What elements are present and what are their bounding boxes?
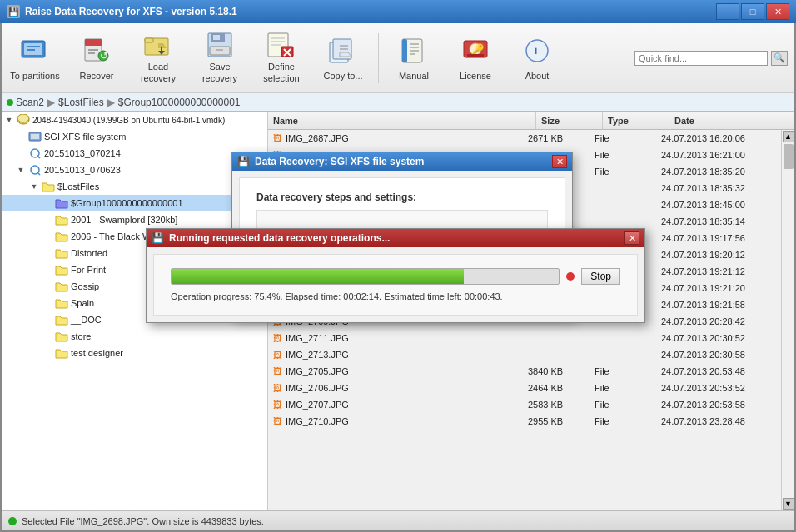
- recover-label: Recover: [80, 71, 114, 82]
- tree-icon-spain: [55, 296, 68, 310]
- table-row[interactable]: 🖼 IMG_2707.JPG 2583 KB File 24.07.2013 2…: [268, 396, 781, 413]
- scrollbar-thumb[interactable]: [784, 144, 794, 169]
- file-icon: 🖼: [273, 416, 282, 426]
- address-lostfiles-label: $LostFiles: [58, 97, 104, 108]
- stop-dot: [566, 272, 575, 281]
- file-cell-size: 3840 KB: [523, 363, 590, 379]
- tree-toggle-testdesigner: [42, 347, 53, 359]
- tree-icon-forprint: [55, 263, 68, 276]
- file-icon: 🖼: [273, 333, 282, 343]
- stop-label: Stop: [590, 271, 611, 282]
- file-cell-type: File: [590, 380, 656, 395]
- title-bar-left: 💾 Raise Data Recovery for XFS - version …: [7, 5, 237, 18]
- dialog2-close-button[interactable]: ✕: [624, 231, 639, 245]
- dialog2-title: Running requested data recovery operatio…: [169, 232, 390, 244]
- tree-toggle-xfs: [15, 131, 27, 142]
- file-cell-type: File: [590, 130, 656, 146]
- tree-icon-distorted: [55, 246, 68, 260]
- tree-item-lostfiles[interactable]: ▼ $LostFiles: [2, 178, 267, 195]
- header-size[interactable]: Size: [536, 112, 603, 129]
- close-button[interactable]: ✕: [766, 3, 789, 20]
- dialog1-title: Data Recovery: SGI XFS file system: [255, 156, 424, 167]
- dialog2-titlebar: 💾 Running requested data recovery operat…: [147, 229, 644, 247]
- file-icon: 🖼: [273, 133, 282, 143]
- tree-toggle-scan1: [15, 147, 27, 159]
- file-cell-date: 24.07.2013 18:45:00: [656, 196, 781, 212]
- to-partitions-button[interactable]: To partitions: [5, 28, 65, 88]
- copy-to-button[interactable]: Copy to...: [313, 28, 373, 88]
- file-cell-date: 24.07.2013 19:21:12: [656, 263, 781, 279]
- svg-rect-17: [213, 35, 220, 40]
- search-button[interactable]: 🔍: [771, 51, 788, 66]
- tree-item-scan2[interactable]: ▼ 20151013_070623: [2, 162, 267, 178]
- header-name[interactable]: Name: [268, 112, 536, 129]
- dialog1-close-button[interactable]: ✕: [552, 155, 567, 168]
- svg-point-45: [17, 114, 29, 122]
- file-icon: 🖼: [273, 383, 282, 393]
- tree-label-2001: 2001 - Swamplord [320kb]: [71, 215, 177, 225]
- tree-item-xfs[interactable]: SGI XFS file system: [2, 128, 267, 145]
- file-cell-type: File: [590, 413, 656, 429]
- minimize-button[interactable]: ─: [716, 3, 739, 20]
- file-icon: 🖼: [273, 350, 282, 360]
- tree-icon-doc: [55, 313, 68, 326]
- tree-item-2001[interactable]: 2001 - Swamplord [320kb]: [2, 211, 267, 228]
- tree-toggle-spain: [42, 297, 53, 309]
- save-recovery-button[interactable]: Save recovery: [190, 28, 250, 88]
- define-selection-button[interactable]: Define selection: [251, 28, 311, 88]
- recover-button[interactable]: ↺ Recover: [67, 28, 127, 88]
- tree-icon-scan1: [28, 147, 42, 160]
- tree-toggle-scan2[interactable]: ▼: [15, 164, 27, 176]
- tree-item-testdesigner[interactable]: test designer: [2, 345, 267, 361]
- dialog2-title-area: 💾 Running requested data recovery operat…: [152, 232, 390, 244]
- svg-text:i: i: [535, 45, 537, 57]
- file-cell-type: File: [590, 363, 656, 379]
- quick-find-input[interactable]: [634, 51, 768, 66]
- file-cell-date: 24.07.2013 23:28:48: [656, 413, 781, 429]
- scrollbar-vertical[interactable]: ▲ ▼: [781, 130, 794, 510]
- table-row[interactable]: 🖼 IMG_2710.JPG 2955 KB File 24.07.2013 2…: [268, 413, 781, 430]
- file-cell-name: 🖼 IMG_2706.JPG: [268, 380, 523, 395]
- file-cell-date: 24.07.2013 16:20:06: [656, 130, 781, 146]
- svg-rect-5: [85, 39, 102, 46]
- table-row[interactable]: 🖼 IMG_2713.JPG 24.07.2013 20:30:58: [268, 346, 781, 363]
- table-row[interactable]: 🖼 IMG_2705.JPG 3840 KB File 24.07.2013 2…: [268, 363, 781, 380]
- file-cell-date: 24.07.2013 19:17:56: [656, 230, 781, 246]
- svg-rect-3: [27, 49, 35, 51]
- tree-item-root[interactable]: ▼ 2048-41943040 (19.99GB on Ubuntu 64-bi…: [2, 112, 267, 128]
- recover-icon: ↺: [80, 34, 113, 67]
- svg-line-51: [37, 172, 40, 175]
- tree-item-scan1[interactable]: 20151013_070214: [2, 145, 267, 162]
- quick-find-area: 🔍: [634, 51, 791, 66]
- tree-item-store[interactable]: store_: [2, 328, 267, 345]
- tree-toggle-root[interactable]: ▼: [3, 114, 15, 126]
- file-cell-type: [590, 196, 656, 212]
- about-button[interactable]: i About: [507, 28, 567, 88]
- tree-toggle-2001: [42, 214, 53, 226]
- tree-label-lostfiles: $LostFiles: [57, 181, 99, 191]
- file-cell-date: 24.07.2013 20:53:48: [656, 363, 781, 379]
- tree-icon-2006: [55, 230, 68, 243]
- define-selection-label: Define selection: [256, 62, 307, 83]
- dialog-progress: 💾 Running requested data recovery operat…: [146, 228, 645, 323]
- table-row[interactable]: 🖼 IMG_2711.JPG 24.07.2013 20:30:52: [268, 330, 781, 346]
- license-button[interactable]: 🔑 License: [445, 28, 505, 88]
- manual-label: Manual: [399, 71, 429, 82]
- header-date[interactable]: Date: [669, 112, 794, 129]
- file-cell-date: 24.07.2013 20:30:58: [656, 346, 781, 362]
- tree-toggle-lostfiles[interactable]: ▼: [28, 181, 40, 192]
- file-cell-type: [590, 330, 656, 346]
- header-type[interactable]: Type: [603, 112, 669, 129]
- file-cell-size: [523, 346, 590, 362]
- table-row[interactable]: 🖼 IMG_2706.JPG 2464 KB File 24.07.2013 2…: [268, 380, 781, 396]
- maximize-button[interactable]: □: [741, 3, 764, 20]
- tree-icon-lostfiles: [42, 180, 55, 193]
- load-recovery-button[interactable]: Load recovery: [128, 28, 188, 88]
- stop-button[interactable]: Stop: [581, 268, 620, 285]
- app-icon: 💾: [7, 5, 20, 18]
- manual-button[interactable]: Manual: [384, 28, 444, 88]
- status-bar: Selected File "IMG_2698.JPG". Own size i…: [2, 510, 794, 530]
- table-row[interactable]: 🖼 IMG_2687.JPG 2671 KB File 24.07.2013 1…: [268, 130, 781, 147]
- file-cell-type: [590, 180, 656, 196]
- tree-item-group1[interactable]: $Group1000000000000001: [2, 195, 267, 211]
